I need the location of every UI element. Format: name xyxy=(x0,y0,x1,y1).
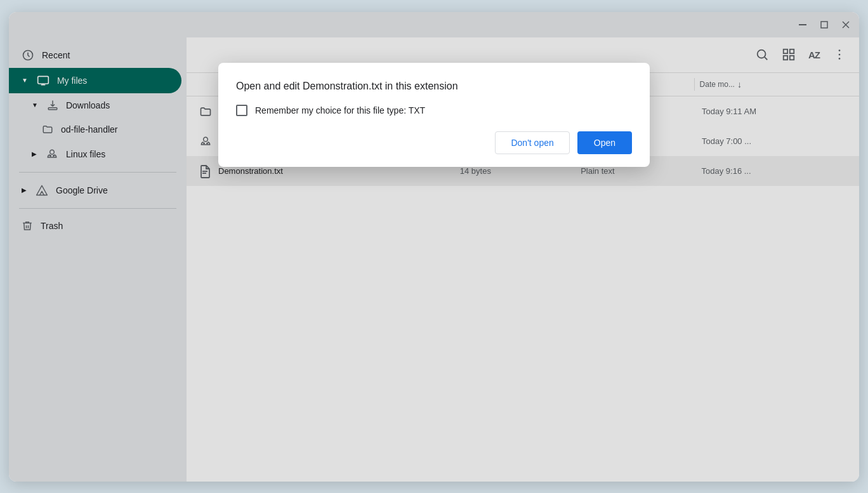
dialog-checkbox-row: Remember my choice for this file type: T… xyxy=(236,105,632,116)
dialog-actions: Don't open Open xyxy=(236,129,632,154)
modal-overlay: Open and edit Demonstration.txt in this … xyxy=(9,12,859,482)
open-button[interactable]: Open xyxy=(577,131,632,154)
remember-choice-checkbox[interactable] xyxy=(236,105,247,116)
dialog-title: Open and edit Demonstration.txt in this … xyxy=(236,81,632,92)
remember-choice-label: Remember my choice for this file type: T… xyxy=(255,105,425,115)
dont-open-button[interactable]: Don't open xyxy=(495,131,569,154)
app-window: Recent ▼ My files ▼ Downloads xyxy=(9,12,859,482)
open-file-dialog: Open and edit Demonstration.txt in this … xyxy=(218,63,650,167)
